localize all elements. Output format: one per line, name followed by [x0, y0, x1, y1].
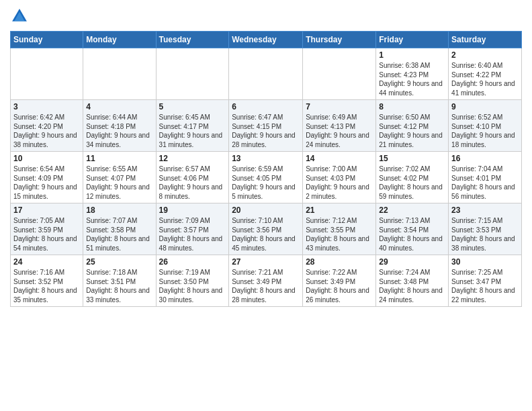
- calendar-day-cell: 12Sunrise: 6:57 AMSunset: 4:06 PMDayligh…: [156, 152, 229, 203]
- calendar-day-cell: 22Sunrise: 7:13 AMSunset: 3:54 PMDayligh…: [376, 203, 449, 255]
- col-header-monday: Monday: [83, 32, 156, 48]
- day-info: Sunrise: 6:52 AMSunset: 4:10 PMDaylight:…: [451, 113, 519, 149]
- header: [10, 7, 522, 26]
- day-info: Sunrise: 6:55 AMSunset: 4:07 PMDaylight:…: [86, 165, 152, 201]
- day-number: 8: [379, 102, 445, 111]
- day-number: 13: [232, 154, 300, 163]
- calendar-day-cell: 4Sunrise: 6:44 AMSunset: 4:18 PMDaylight…: [83, 100, 156, 152]
- calendar-week-row: 17Sunrise: 7:05 AMSunset: 3:59 PMDayligh…: [11, 203, 522, 255]
- calendar-day-cell: 30Sunrise: 7:25 AMSunset: 3:47 PMDayligh…: [449, 255, 522, 307]
- calendar-day-cell: 10Sunrise: 6:54 AMSunset: 4:09 PMDayligh…: [11, 152, 83, 203]
- day-info: Sunrise: 6:45 AMSunset: 4:17 PMDaylight:…: [159, 113, 226, 149]
- day-number: 14: [306, 154, 373, 163]
- day-info: Sunrise: 6:47 AMSunset: 4:15 PMDaylight:…: [232, 113, 300, 149]
- day-info: Sunrise: 7:04 AMSunset: 4:01 PMDaylight:…: [451, 165, 519, 201]
- calendar-week-row: 24Sunrise: 7:16 AMSunset: 3:52 PMDayligh…: [11, 255, 522, 307]
- col-header-thursday: Thursday: [303, 32, 376, 48]
- day-number: 24: [13, 257, 80, 267]
- day-info: Sunrise: 6:54 AMSunset: 4:09 PMDaylight:…: [13, 165, 80, 201]
- day-number: 26: [159, 257, 226, 267]
- calendar-week-row: 1Sunrise: 6:38 AMSunset: 4:23 PMDaylight…: [11, 48, 522, 100]
- day-number: 17: [13, 205, 80, 215]
- logo: [10, 7, 32, 26]
- day-number: 15: [379, 154, 445, 163]
- calendar-day-cell: 17Sunrise: 7:05 AMSunset: 3:59 PMDayligh…: [11, 203, 83, 255]
- col-header-tuesday: Tuesday: [156, 32, 229, 48]
- day-info: Sunrise: 6:42 AMSunset: 4:20 PMDaylight:…: [13, 113, 80, 149]
- day-number: 20: [232, 205, 300, 215]
- day-number: 16: [451, 154, 519, 163]
- calendar-day-cell: 29Sunrise: 7:24 AMSunset: 3:48 PMDayligh…: [376, 255, 449, 307]
- calendar-day-cell: 13Sunrise: 6:59 AMSunset: 4:05 PMDayligh…: [229, 152, 303, 203]
- calendar-day-cell: 21Sunrise: 7:12 AMSunset: 3:55 PMDayligh…: [303, 203, 376, 255]
- day-info: Sunrise: 6:57 AMSunset: 4:06 PMDaylight:…: [159, 165, 226, 201]
- day-info: Sunrise: 6:59 AMSunset: 4:05 PMDaylight:…: [232, 165, 300, 201]
- page: SundayMondayTuesdayWednesdayThursdayFrid…: [0, 0, 532, 314]
- day-info: Sunrise: 7:18 AMSunset: 3:51 PMDaylight:…: [86, 268, 152, 304]
- calendar-day-cell: 18Sunrise: 7:07 AMSunset: 3:58 PMDayligh…: [83, 203, 156, 255]
- day-info: Sunrise: 6:49 AMSunset: 4:13 PMDaylight:…: [306, 113, 373, 149]
- calendar-day-cell: 14Sunrise: 7:00 AMSunset: 4:03 PMDayligh…: [303, 152, 376, 203]
- day-info: Sunrise: 6:50 AMSunset: 4:12 PMDaylight:…: [379, 113, 445, 149]
- logo-icon: [10, 7, 29, 26]
- day-info: Sunrise: 7:24 AMSunset: 3:48 PMDaylight:…: [379, 268, 445, 304]
- day-info: Sunrise: 7:25 AMSunset: 3:47 PMDaylight:…: [451, 268, 519, 304]
- day-info: Sunrise: 7:19 AMSunset: 3:50 PMDaylight:…: [159, 268, 226, 304]
- day-info: Sunrise: 7:00 AMSunset: 4:03 PMDaylight:…: [306, 165, 373, 201]
- calendar-day-cell: 11Sunrise: 6:55 AMSunset: 4:07 PMDayligh…: [83, 152, 156, 203]
- calendar-day-cell: 16Sunrise: 7:04 AMSunset: 4:01 PMDayligh…: [449, 152, 522, 203]
- day-number: 7: [306, 102, 373, 111]
- day-info: Sunrise: 7:02 AMSunset: 4:02 PMDaylight:…: [379, 165, 445, 201]
- day-number: 30: [451, 257, 519, 267]
- calendar-day-cell: 23Sunrise: 7:15 AMSunset: 3:53 PMDayligh…: [449, 203, 522, 255]
- day-info: Sunrise: 7:15 AMSunset: 3:53 PMDaylight:…: [451, 216, 519, 253]
- calendar-day-cell: 19Sunrise: 7:09 AMSunset: 3:57 PMDayligh…: [156, 203, 229, 255]
- day-number: 1: [379, 50, 445, 60]
- calendar-day-cell: 6Sunrise: 6:47 AMSunset: 4:15 PMDaylight…: [229, 100, 303, 152]
- day-number: 22: [379, 205, 445, 215]
- calendar-day-cell: 28Sunrise: 7:22 AMSunset: 3:49 PMDayligh…: [303, 255, 376, 307]
- day-number: 2: [451, 50, 519, 60]
- day-info: Sunrise: 7:13 AMSunset: 3:54 PMDaylight:…: [379, 216, 445, 253]
- calendar-day-cell: 7Sunrise: 6:49 AMSunset: 4:13 PMDaylight…: [303, 100, 376, 152]
- calendar-week-row: 10Sunrise: 6:54 AMSunset: 4:09 PMDayligh…: [11, 152, 522, 203]
- day-number: 9: [451, 102, 519, 111]
- calendar-day-cell: 8Sunrise: 6:50 AMSunset: 4:12 PMDaylight…: [376, 100, 449, 152]
- calendar-day-cell: 1Sunrise: 6:38 AMSunset: 4:23 PMDaylight…: [376, 48, 449, 100]
- calendar-week-row: 3Sunrise: 6:42 AMSunset: 4:20 PMDaylight…: [11, 100, 522, 152]
- day-info: Sunrise: 7:22 AMSunset: 3:49 PMDaylight:…: [306, 268, 373, 304]
- calendar-day-cell: 20Sunrise: 7:10 AMSunset: 3:56 PMDayligh…: [229, 203, 303, 255]
- day-number: 29: [379, 257, 445, 267]
- day-number: 10: [13, 154, 80, 163]
- day-number: 23: [451, 205, 519, 215]
- day-info: Sunrise: 6:44 AMSunset: 4:18 PMDaylight:…: [86, 113, 152, 149]
- calendar-day-cell: [83, 48, 156, 100]
- day-info: Sunrise: 6:38 AMSunset: 4:23 PMDaylight:…: [379, 61, 445, 97]
- calendar-header-row: SundayMondayTuesdayWednesdayThursdayFrid…: [11, 32, 522, 48]
- day-number: 28: [306, 257, 373, 267]
- day-number: 18: [86, 205, 152, 215]
- calendar-day-cell: [156, 48, 229, 100]
- calendar-day-cell: 5Sunrise: 6:45 AMSunset: 4:17 PMDaylight…: [156, 100, 229, 152]
- col-header-sunday: Sunday: [11, 32, 83, 48]
- day-info: Sunrise: 6:40 AMSunset: 4:22 PMDaylight:…: [451, 61, 519, 97]
- calendar-day-cell: 26Sunrise: 7:19 AMSunset: 3:50 PMDayligh…: [156, 255, 229, 307]
- day-info: Sunrise: 7:09 AMSunset: 3:57 PMDaylight:…: [159, 216, 226, 253]
- calendar-day-cell: 2Sunrise: 6:40 AMSunset: 4:22 PMDaylight…: [449, 48, 522, 100]
- calendar-day-cell: 25Sunrise: 7:18 AMSunset: 3:51 PMDayligh…: [83, 255, 156, 307]
- day-info: Sunrise: 7:21 AMSunset: 3:49 PMDaylight:…: [232, 268, 300, 304]
- day-info: Sunrise: 7:16 AMSunset: 3:52 PMDaylight:…: [13, 268, 80, 304]
- day-number: 11: [86, 154, 152, 163]
- day-number: 19: [159, 205, 226, 215]
- day-info: Sunrise: 7:10 AMSunset: 3:56 PMDaylight:…: [232, 216, 300, 253]
- col-header-saturday: Saturday: [449, 32, 522, 48]
- calendar-day-cell: 24Sunrise: 7:16 AMSunset: 3:52 PMDayligh…: [11, 255, 83, 307]
- day-number: 27: [232, 257, 300, 267]
- calendar-day-cell: [229, 48, 303, 100]
- day-info: Sunrise: 7:07 AMSunset: 3:58 PMDaylight:…: [86, 216, 152, 253]
- day-number: 21: [306, 205, 373, 215]
- day-number: 4: [86, 102, 152, 111]
- day-number: 12: [159, 154, 226, 163]
- calendar-day-cell: 9Sunrise: 6:52 AMSunset: 4:10 PMDaylight…: [449, 100, 522, 152]
- day-info: Sunrise: 7:05 AMSunset: 3:59 PMDaylight:…: [13, 216, 80, 253]
